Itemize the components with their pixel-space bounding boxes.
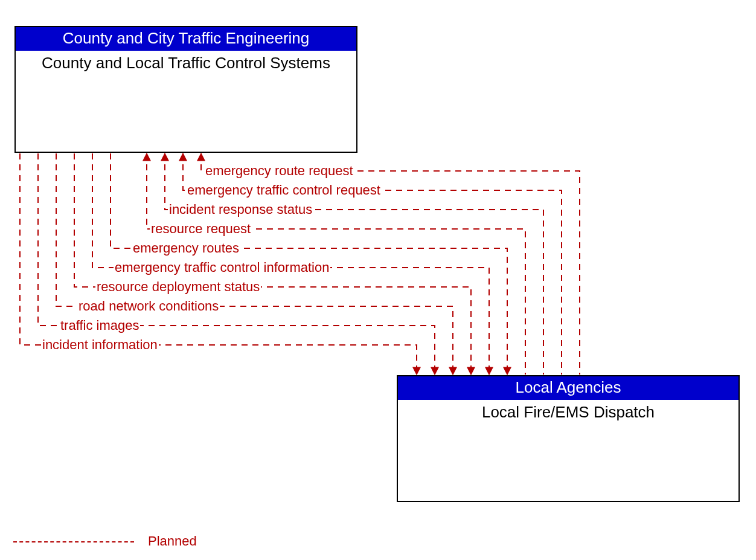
entity-body: Local Fire/EMS Dispatch: [398, 400, 738, 422]
flow-label-incident-information: incident information: [41, 337, 159, 353]
flow-label-road-network-conditions: road network conditions: [77, 298, 220, 314]
entity-body: County and Local Traffic Control Systems: [16, 51, 356, 72]
entity-county-traffic: County and City Traffic Engineering Coun…: [14, 26, 357, 153]
flow-label-traffic-images: traffic images: [59, 318, 140, 333]
legend-line-planned: [13, 541, 134, 542]
flow-label-emergency-traffic-control-information: emergency traffic control information: [114, 260, 330, 275]
flow-label-emergency-routes: emergency routes: [132, 240, 240, 256]
flow-label-emergency-traffic-control-request: emergency traffic control request: [186, 182, 382, 198]
entity-local-fire-ems: Local Agencies Local Fire/EMS Dispatch: [397, 375, 740, 502]
entity-header: Local Agencies: [398, 376, 738, 400]
flow-label-resource-request: resource request: [150, 221, 252, 237]
legend-label-planned: Planned: [148, 533, 197, 549]
flow-label-emergency-route-request: emergency route request: [204, 163, 354, 179]
flow-label-incident-response-status: incident response status: [168, 202, 313, 217]
flow-label-resource-deployment-status: resource deployment status: [95, 279, 261, 295]
entity-header: County and City Traffic Engineering: [16, 27, 356, 51]
